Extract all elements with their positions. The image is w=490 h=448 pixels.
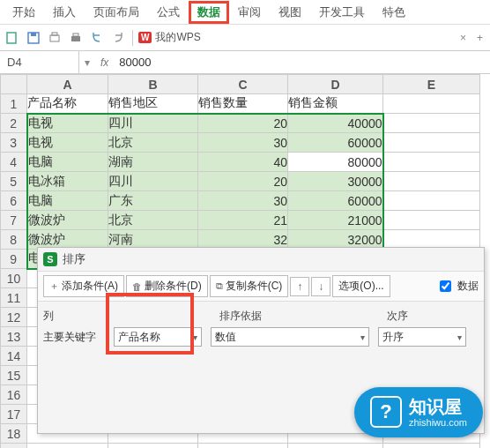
- row-header[interactable]: 12: [1, 308, 27, 327]
- row-header[interactable]: 17: [1, 405, 27, 424]
- cell[interactable]: 销售地区: [108, 94, 198, 114]
- cell[interactable]: [27, 444, 108, 449]
- row-header[interactable]: 18: [1, 424, 27, 444]
- cell[interactable]: [383, 94, 480, 114]
- col-header-D[interactable]: D: [288, 75, 383, 94]
- cell[interactable]: 广东: [108, 191, 198, 211]
- cell[interactable]: 电视: [27, 133, 108, 153]
- menu-devtools[interactable]: 开发工具: [310, 1, 374, 24]
- cell[interactable]: 湖南: [108, 153, 198, 172]
- cell[interactable]: 21: [198, 211, 288, 230]
- select-all-corner[interactable]: [1, 75, 27, 94]
- fx-icon[interactable]: fx: [100, 56, 108, 69]
- cell[interactable]: [383, 444, 480, 449]
- cell[interactable]: 四川: [108, 172, 198, 191]
- cell[interactable]: 四川: [108, 114, 198, 133]
- add-condition-button[interactable]: ＋添加条件(A): [43, 275, 124, 297]
- cell[interactable]: 60000: [288, 191, 383, 211]
- cell[interactable]: [383, 133, 480, 153]
- row-header[interactable]: 4: [1, 153, 27, 172]
- cell[interactable]: 40000: [288, 114, 383, 133]
- cell[interactable]: [383, 172, 480, 191]
- menu-formula[interactable]: 公式: [148, 1, 189, 24]
- cell[interactable]: [383, 211, 480, 230]
- row-header[interactable]: 19: [1, 444, 27, 449]
- menu-data[interactable]: 数据: [189, 1, 229, 24]
- name-box[interactable]: D4: [0, 51, 79, 73]
- cell[interactable]: 40: [198, 153, 288, 172]
- col-header-B[interactable]: B: [108, 75, 198, 94]
- undo-icon[interactable]: [88, 29, 106, 47]
- menu-pagelayout[interactable]: 页面布局: [85, 1, 148, 24]
- cell[interactable]: 21000: [288, 211, 383, 230]
- row-header[interactable]: 13: [1, 327, 27, 347]
- cell[interactable]: 30: [198, 191, 288, 211]
- cell[interactable]: [288, 444, 383, 449]
- cell[interactable]: 30: [198, 133, 288, 153]
- row-header[interactable]: 10: [1, 269, 27, 288]
- name-box-dropdown-icon[interactable]: ▾: [79, 56, 95, 69]
- options-button[interactable]: 选项(O)...: [332, 275, 390, 297]
- cell[interactable]: [383, 153, 480, 172]
- col-header-C[interactable]: C: [198, 75, 288, 94]
- cell[interactable]: 电冰箱: [27, 172, 108, 191]
- sort-order-select[interactable]: 升序▾: [378, 327, 466, 347]
- header-checkbox-input[interactable]: [440, 280, 451, 292]
- sort-basis-select[interactable]: 数值▾: [211, 327, 369, 347]
- menu-view[interactable]: 视图: [270, 1, 310, 24]
- redo-icon[interactable]: [109, 29, 127, 47]
- menu-special[interactable]: 特色: [374, 1, 414, 24]
- cell[interactable]: 电脑: [27, 153, 108, 172]
- cell[interactable]: 微波炉: [27, 211, 108, 230]
- cell[interactable]: [198, 444, 288, 449]
- row-header[interactable]: 1: [1, 94, 27, 114]
- row-header[interactable]: 14: [1, 347, 27, 366]
- cell[interactable]: 60000: [288, 133, 383, 153]
- move-down-button[interactable]: ↓: [311, 277, 330, 296]
- cell[interactable]: 20: [198, 114, 288, 133]
- sort-field-select[interactable]: 产品名称▾: [114, 327, 202, 347]
- col-header-E[interactable]: E: [383, 75, 480, 94]
- cell[interactable]: [108, 444, 198, 449]
- menu-start[interactable]: 开始: [4, 1, 44, 24]
- cell[interactable]: 销售数量: [198, 94, 288, 114]
- cell[interactable]: 20: [198, 172, 288, 191]
- row-header[interactable]: 15: [1, 366, 27, 385]
- menu-insert[interactable]: 插入: [44, 1, 85, 24]
- row-header[interactable]: 2: [1, 114, 27, 133]
- cell[interactable]: 产品名称: [27, 94, 108, 114]
- cell[interactable]: [383, 114, 480, 133]
- trash-icon: 🗑: [132, 281, 142, 292]
- new-file-icon[interactable]: [4, 29, 21, 47]
- row-header[interactable]: 7: [1, 211, 27, 230]
- tab-add-icon[interactable]: +: [477, 32, 483, 44]
- watermark-url: zhishiwu.com: [409, 417, 467, 429]
- header-checkbox[interactable]: 数据: [436, 278, 479, 295]
- move-up-button[interactable]: ↑: [290, 277, 309, 296]
- row-header[interactable]: 5: [1, 172, 27, 191]
- save-icon[interactable]: [25, 29, 42, 47]
- tab-close-icon[interactable]: ×: [460, 32, 466, 44]
- print-preview-icon[interactable]: [46, 29, 63, 47]
- menu-review[interactable]: 审阅: [229, 1, 270, 24]
- cell[interactable]: [383, 191, 480, 211]
- formula-input[interactable]: 80000: [114, 54, 490, 71]
- cell[interactable]: 电脑: [27, 191, 108, 211]
- cell[interactable]: 北京: [108, 211, 198, 230]
- row-header[interactable]: 3: [1, 133, 27, 153]
- col-header-A[interactable]: A: [27, 75, 108, 94]
- copy-condition-button[interactable]: ⧉复制条件(C): [210, 275, 289, 297]
- row-header[interactable]: 6: [1, 191, 27, 211]
- row-header[interactable]: 11: [1, 288, 27, 308]
- row-header[interactable]: 16: [1, 385, 27, 405]
- cell[interactable]: 销售金额: [288, 94, 383, 114]
- print-icon[interactable]: [67, 29, 85, 47]
- cell[interactable]: 电视: [27, 114, 108, 133]
- cell[interactable]: 北京: [108, 133, 198, 153]
- row-header[interactable]: 8: [1, 230, 27, 250]
- delete-condition-button[interactable]: 🗑删除条件(D): [126, 275, 208, 297]
- cell[interactable]: 30000: [288, 172, 383, 191]
- wps-label[interactable]: 我的WPS: [155, 30, 200, 45]
- row-header[interactable]: 9: [1, 250, 27, 269]
- cell-active[interactable]: 80000: [288, 153, 383, 172]
